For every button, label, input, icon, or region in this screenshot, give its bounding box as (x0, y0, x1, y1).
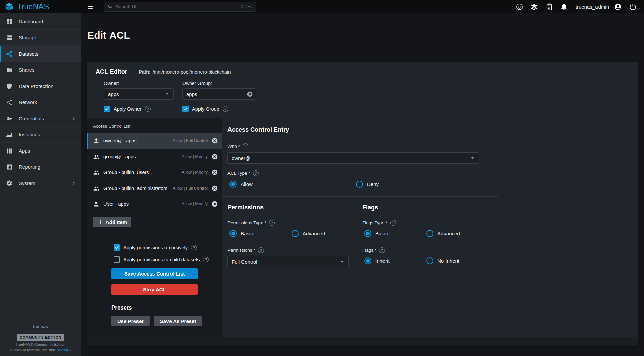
acl-entry-name: owner@ - apps (103, 138, 169, 143)
sidebar-item-dashboard[interactable]: Dashboard (0, 13, 81, 30)
sidebar-item-network[interactable]: Network (0, 94, 81, 110)
sidebar-item-label: Credentials (19, 116, 44, 121)
search-input[interactable] (116, 4, 238, 9)
apply-child-datasets-help-icon[interactable]: ? (203, 257, 209, 262)
acl-entry-builtin-users[interactable]: Group - builtin_users Allow | Modify (87, 164, 222, 180)
radio-unselected-icon (426, 257, 433, 264)
sidebar-item-label: Reporting (19, 164, 40, 170)
flags-type-advanced-radio[interactable]: Advanced (426, 230, 460, 237)
owner-group-field-label: Owner Group: (182, 80, 256, 86)
access-control-entry-panel: Access Control Entry Who * ? owner@ ACL … (222, 118, 638, 337)
permissions-type-help-icon[interactable]: ? (269, 220, 275, 226)
sidebar-item-label: Datasets (19, 51, 38, 57)
jobs-layers-button[interactable] (528, 1, 541, 13)
who-help-icon[interactable]: ? (243, 143, 248, 149)
remove-entry-icon[interactable] (211, 153, 218, 160)
power-button[interactable] (626, 1, 639, 13)
sidebar-item-apps[interactable]: Apps (0, 143, 81, 159)
people-icon (93, 153, 100, 160)
shares-folder-icon (6, 67, 13, 73)
menu-toggle-button[interactable] (85, 1, 96, 12)
person-icon (93, 137, 100, 144)
copyright-brand-link[interactable]: TrueNAS (56, 348, 71, 352)
checklist-clipboard-button[interactable] (543, 1, 555, 13)
search-box[interactable]: Ctrl + / (104, 2, 256, 12)
remove-entry-icon[interactable] (211, 137, 218, 144)
strip-acl-button[interactable]: Strip ACL (111, 284, 198, 295)
remove-entry-icon[interactable] (211, 185, 218, 192)
search-icon (108, 4, 113, 9)
sidebar-item-system[interactable]: System (0, 175, 81, 191)
chevron-right-icon (71, 181, 76, 186)
notifications-bell-button[interactable] (558, 1, 570, 13)
sidebar-item-storage[interactable]: Storage (0, 30, 81, 46)
acl-type-deny-radio[interactable]: Deny (356, 181, 379, 188)
people-icon (93, 185, 100, 192)
feedback-smiley-button[interactable] (514, 1, 526, 13)
edition-badge: COMMUNITY EDITION (17, 334, 64, 341)
sidebar-item-datasets[interactable]: Datasets (0, 46, 81, 62)
acl-entry-group[interactable]: group@ - apps Allow | Modify (87, 149, 222, 164)
user-account-button[interactable] (612, 1, 624, 13)
flags-type-basic-radio[interactable]: Basic (364, 230, 426, 237)
truenas-logo-icon (5, 2, 14, 11)
hostname-label: truenas (0, 324, 81, 329)
apply-group-help-icon[interactable]: ? (223, 106, 228, 112)
path-label: Path: (139, 69, 151, 75)
save-as-preset-button[interactable]: Save As Preset (154, 316, 203, 326)
sidebar-item-shares[interactable]: Shares (0, 62, 81, 78)
topbar: TrueNAS Ctrl + / truenas_admin (0, 0, 644, 13)
laptop-icon (6, 131, 13, 138)
permissions-type-advanced-radio[interactable]: Advanced (292, 230, 325, 237)
basic-radio-label: Basic (375, 231, 388, 236)
apply-owner-checkbox[interactable]: Apply Owner ? (104, 106, 174, 112)
basic-radio-label: Basic (241, 231, 253, 236)
apply-child-datasets-checkbox[interactable]: Apply permissions to child datasets ? (114, 256, 222, 263)
acl-entry-permission: Allow | Full Control (173, 138, 208, 143)
clear-field-icon[interactable] (247, 91, 253, 97)
remove-entry-icon[interactable] (211, 201, 218, 207)
add-item-button[interactable]: Add Item (93, 217, 131, 227)
acl-entry-owner[interactable]: owner@ - apps Allow | Full Control (87, 133, 222, 149)
sidebar-item-data-protection[interactable]: Data Protection (0, 78, 81, 94)
apply-recursively-help-icon[interactable]: ? (191, 245, 197, 250)
sidebar-item-credentials[interactable]: Credentials (0, 110, 81, 127)
owner-select[interactable]: apps (104, 88, 174, 100)
add-item-label: Add Item (105, 219, 127, 225)
permissions-help-icon[interactable]: ? (258, 247, 264, 253)
remove-entry-icon[interactable] (211, 169, 218, 176)
flags-help-icon[interactable]: ? (379, 247, 385, 253)
flags-type-help-icon[interactable]: ? (390, 220, 396, 226)
allow-radio-label: Allow (241, 181, 253, 187)
flags-inherit-radio[interactable]: Inherit (364, 257, 426, 264)
acl-entry-user-apps[interactable]: User - apps Allow | Modify (87, 196, 222, 212)
flags-no-inherit-radio[interactable]: No Inherit (426, 257, 459, 264)
main-content: Edit ACL ACL Editor Path:/mnt/monero-poo… (81, 13, 644, 356)
flags-section: Flags Flags Type * ? Basic (357, 197, 498, 337)
dataset-path: Path:/mnt/monero-pool/monero-blockchain (139, 69, 231, 75)
acl-type-allow-radio[interactable]: Allow (229, 181, 356, 188)
acl-type-help-icon[interactable]: ? (253, 170, 259, 176)
who-select[interactable]: owner@ (227, 152, 479, 164)
truenas-logo[interactable]: TrueNAS (0, 2, 81, 11)
permissions-select[interactable]: Full Control (227, 256, 349, 267)
save-access-control-list-button[interactable]: Save Access Control List (111, 268, 198, 279)
sidebar-item-reporting[interactable]: Reporting (0, 159, 81, 175)
acl-entry-builtin-administrators[interactable]: Group - builtin_administrators Allow | F… (87, 180, 222, 196)
use-preset-button[interactable]: Use Preset (111, 316, 150, 326)
checkbox-checked-icon (182, 106, 189, 112)
owner-group-input[interactable]: apps (182, 88, 256, 100)
acl-entry-name: User - apps (103, 201, 178, 207)
sidebar: Dashboard Storage Datasets Shares Data P… (0, 13, 81, 356)
sidebar-item-instances[interactable]: Instances (0, 127, 81, 143)
acl-entry-permission: Allow | Full Control (173, 186, 208, 191)
permissions-type-basic-radio[interactable]: Basic (229, 230, 292, 237)
apply-group-checkbox[interactable]: Apply Group ? (182, 106, 256, 112)
footer-edition-line: TrueNAS® Community Edition (0, 342, 81, 346)
dropdown-arrow-icon (164, 91, 171, 97)
permissions-field-label: Permissions * (227, 248, 255, 253)
owner-select-value: apps (108, 91, 161, 97)
apply-owner-help-icon[interactable]: ? (145, 106, 151, 112)
path-value: /mnt/monero-pool/monero-blockchain (153, 69, 231, 75)
apply-recursively-checkbox[interactable]: Apply permissions recursively ? (114, 244, 222, 251)
